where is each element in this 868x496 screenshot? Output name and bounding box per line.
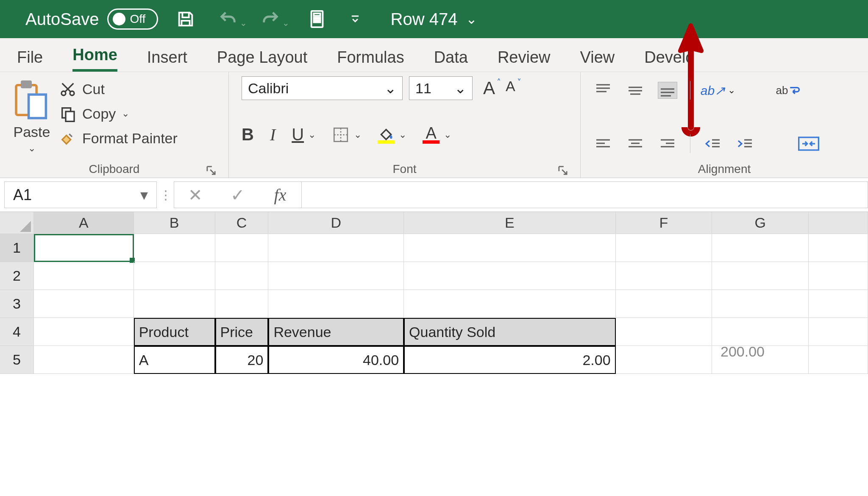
cell-b4[interactable]: Product — [134, 318, 215, 346]
cell-d2[interactable] — [268, 262, 404, 290]
tab-data[interactable]: Data — [434, 48, 468, 72]
font-size-combo[interactable]: 11 ⌄ — [409, 76, 473, 100]
cell-g3[interactable] — [712, 290, 809, 318]
undo-button[interactable]: ⌄ — [217, 8, 239, 30]
cancel-formula-button[interactable]: ✕ — [174, 182, 217, 208]
cell-g2[interactable] — [712, 262, 809, 290]
copy-button[interactable]: Copy ⌄ — [59, 105, 178, 122]
cell-c5[interactable]: 20 — [215, 346, 269, 374]
tab-page-layout[interactable]: Page Layout — [217, 48, 307, 72]
cell-f5[interactable] — [616, 346, 712, 374]
cell-h2[interactable] — [809, 262, 868, 290]
cell-g1[interactable] — [712, 234, 809, 262]
cell-h1[interactable] — [809, 234, 868, 262]
save-button[interactable] — [175, 8, 196, 30]
increase-font-button[interactable]: A˄ — [483, 78, 495, 98]
enter-formula-button[interactable]: ✓ — [217, 182, 259, 208]
paste-button[interactable]: Paste ⌄ — [13, 79, 51, 154]
cell-h3[interactable] — [809, 290, 868, 318]
tab-review[interactable]: Review — [498, 48, 551, 72]
column-header-g[interactable]: G — [712, 212, 809, 234]
cut-button[interactable]: Cut — [59, 81, 178, 98]
align-middle-button[interactable] — [626, 82, 645, 99]
autosave-toggle[interactable]: Off — [107, 8, 158, 30]
cell-b5[interactable]: A — [134, 346, 215, 374]
cell-d4[interactable]: Revenue — [268, 318, 404, 346]
name-box[interactable]: A1 ▾ — [4, 181, 157, 208]
tab-file[interactable]: File — [17, 48, 43, 72]
bold-button[interactable]: B — [242, 125, 254, 144]
cell-f4[interactable] — [616, 318, 712, 346]
row-header-5[interactable]: 5 — [0, 346, 34, 374]
row-header-4[interactable]: 4 — [0, 318, 34, 346]
orientation-button[interactable]: ab↗⌄ — [703, 82, 733, 99]
select-all-corner[interactable] — [0, 212, 34, 234]
insert-function-button[interactable]: fx — [259, 182, 301, 208]
align-bottom-button[interactable] — [658, 82, 677, 99]
cell-c2[interactable] — [215, 262, 269, 290]
align-left-button[interactable] — [593, 135, 613, 152]
cell-f2[interactable] — [616, 262, 712, 290]
column-header-c[interactable]: C — [215, 212, 269, 234]
document-title-wrap[interactable]: Row 474 ⌄ — [391, 10, 478, 29]
fill-color-button[interactable]: ⌄ — [378, 126, 406, 144]
cell-b2[interactable] — [134, 262, 215, 290]
merge-center-button[interactable] — [797, 135, 820, 152]
cell-e4[interactable]: Quantity Sold — [404, 318, 615, 346]
decrease-font-button[interactable]: A˅ — [506, 78, 515, 98]
cell-c1[interactable] — [215, 234, 269, 262]
redo-button[interactable]: ⌄ — [260, 8, 281, 30]
row-header-2[interactable]: 2 — [0, 262, 34, 290]
tab-home[interactable]: Home — [72, 46, 117, 72]
dialog-launcher-icon[interactable] — [206, 166, 216, 175]
column-header-b[interactable]: B — [134, 212, 215, 234]
column-header-e[interactable]: E — [404, 212, 616, 234]
cell-a1[interactable] — [34, 234, 134, 262]
cell-f1[interactable] — [616, 234, 712, 262]
column-header-d[interactable]: D — [268, 212, 404, 234]
tab-formulas[interactable]: Formulas — [337, 48, 404, 72]
borders-button[interactable]: ⌄ — [332, 126, 362, 144]
touch-mode-button[interactable] — [306, 8, 328, 30]
dialog-launcher-icon[interactable] — [558, 166, 568, 175]
tab-developer[interactable]: Develo — [644, 48, 694, 72]
wrap-text-button[interactable]: ab — [775, 82, 801, 99]
cell-c4[interactable]: Price — [215, 318, 269, 346]
align-right-button[interactable] — [658, 135, 677, 152]
cell-a3[interactable] — [34, 290, 134, 318]
font-color-button[interactable]: A ⌄ — [423, 126, 451, 144]
decrease-indent-button[interactable] — [703, 135, 723, 152]
column-header-h[interactable] — [809, 212, 868, 234]
cell-e5[interactable]: 2.00 — [404, 346, 615, 374]
cell-a2[interactable] — [34, 262, 134, 290]
tab-insert[interactable]: Insert — [147, 48, 187, 72]
cell-a5[interactable] — [34, 346, 134, 374]
italic-button[interactable]: I — [270, 125, 275, 145]
column-header-a[interactable]: A — [34, 212, 134, 234]
align-center-button[interactable] — [626, 135, 645, 152]
row-header-1[interactable]: 1 — [0, 234, 34, 262]
formula-input[interactable] — [302, 181, 868, 208]
cell-d1[interactable] — [268, 234, 404, 262]
format-painter-button[interactable]: Format Painter — [59, 130, 178, 147]
cell-d3[interactable] — [268, 290, 404, 318]
cell-h5[interactable] — [809, 346, 868, 374]
cell-h4[interactable] — [809, 318, 868, 346]
cell-d5[interactable]: 40.00 — [268, 346, 404, 374]
underline-button[interactable]: U ⌄ — [292, 125, 316, 144]
cell-e1[interactable] — [404, 234, 615, 262]
cell-b1[interactable] — [134, 234, 215, 262]
align-top-button[interactable] — [593, 82, 613, 99]
customize-qat-button[interactable] — [349, 8, 362, 30]
column-header-f[interactable]: F — [616, 212, 712, 234]
row-header-3[interactable]: 3 — [0, 290, 34, 318]
cell-c3[interactable] — [215, 290, 269, 318]
cell-e3[interactable] — [404, 290, 615, 318]
cell-f3[interactable] — [616, 290, 712, 318]
tab-view[interactable]: View — [580, 48, 615, 72]
cell-a4[interactable] — [34, 318, 134, 346]
cell-b3[interactable] — [134, 290, 215, 318]
cell-g4[interactable] — [712, 318, 809, 346]
increase-indent-button[interactable] — [735, 135, 755, 152]
formula-bar-drag-handle[interactable]: ⋮ — [157, 178, 174, 212]
